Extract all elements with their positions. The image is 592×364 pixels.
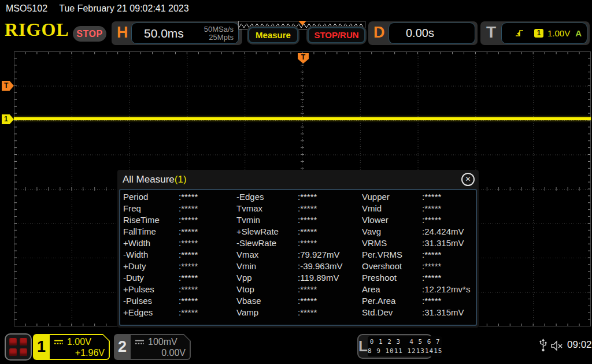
all-measure-popup: All Measure(1) ✕ Period:*****Freq:*****R… (117, 170, 479, 328)
measure-label: Vavg (362, 226, 422, 238)
measure-value: :79.927mV (298, 250, 340, 261)
menu-grid-icon (9, 348, 17, 356)
measure-label: VRMS (362, 238, 422, 250)
measure-value: :***** (179, 307, 198, 319)
measure-label: Per.Area (362, 296, 422, 307)
measure-row: +Width:***** (123, 238, 236, 250)
measure-row: Vamp:***** (236, 307, 362, 319)
measure-value: :***** (422, 261, 441, 273)
trigger-control[interactable]: T 1 1.00V A (480, 21, 590, 45)
horizontal-readout: 50.0ms 50MSa/s 25Mpts (131, 23, 239, 44)
measure-label: +Pulses (123, 284, 179, 296)
measure-value: :***** (298, 238, 317, 250)
measure-row: FallTime:***** (123, 226, 236, 238)
measure-label: +Width (123, 238, 179, 250)
measure-label: Period (123, 192, 179, 203)
logic-row-low: 0 1 2 3 4 5 6 7 (368, 337, 443, 347)
measure-label: +Duty (123, 261, 179, 273)
delay-control[interactable]: D 0.00s (368, 21, 478, 45)
logic-row-high: 8 9 1011 12131415 (368, 347, 443, 356)
measure-label: Vlower (362, 215, 422, 226)
logic-channels-button[interactable]: L 0 1 2 3 4 5 6 7 8 9 1011 12131415 (357, 334, 432, 359)
measure-body: Period:*****Freq:*****RiseTime:*****Fall… (119, 189, 477, 326)
measure-row: Tvmin:***** (236, 215, 362, 226)
measure-row: Vmin:-39.963mV (236, 261, 362, 273)
preview-trigger-position-icon[interactable] (298, 21, 306, 25)
measure-row: Vpp:119.89mV (236, 273, 362, 284)
popup-title: All Measure(1) (117, 170, 479, 189)
measure-label: Vpp (236, 273, 298, 284)
measure-row: Vupper:***** (362, 192, 476, 203)
measure-column: -Edges:*****Tvmax:*****Tvmin:*****+SlewR… (236, 192, 362, 325)
measure-label: Preshoot (362, 273, 422, 284)
logic-channel-list: 0 1 2 3 4 5 6 7 8 9 1011 12131415 (368, 336, 443, 356)
menu-grid-icon (9, 338, 17, 346)
rigol-logo: RIGOL (5, 19, 69, 40)
measure-label: -SlewRate (236, 238, 298, 250)
measure-value: :***** (422, 203, 441, 215)
delay-readout: 0.00s (388, 23, 475, 44)
measure-label: Overshoot (362, 261, 422, 273)
horizontal-control[interactable]: H 50.0ms 50MSa/s 25Mpts (112, 21, 242, 45)
measure-row: +Duty:***** (123, 261, 236, 273)
trigger-edge-icon (515, 29, 524, 38)
channel1-trace (14, 117, 591, 120)
measure-row: Overshoot:***** (362, 261, 476, 273)
channel2-status-button[interactable]: 2 100mV 0.00V (114, 334, 191, 360)
measure-row: VRMS:31.315mV (362, 238, 476, 250)
datetime-text: Tue February 21 09:02:41 2023 (59, 3, 188, 13)
channel2-readout: 100mV 0.00V (131, 335, 190, 359)
trigger-mode-indicator: A (575, 28, 582, 38)
oscilloscope-screen: MSO5102 Tue February 21 09:02:41 2023 RI… (0, 0, 592, 364)
measure-row: Per.Area:***** (362, 296, 476, 307)
run-state-badge[interactable]: STOP (73, 26, 106, 42)
measure-label: Freq (123, 203, 179, 215)
measure-value: :***** (179, 238, 198, 250)
measure-value: :***** (298, 192, 317, 203)
model-name: MSO5102 (6, 3, 47, 13)
speaker-muted-icon[interactable] (550, 340, 564, 351)
stop-run-button[interactable]: STOP/RUN (308, 27, 365, 43)
measure-button[interactable]: Measure (248, 27, 298, 43)
measure-value: :***** (179, 261, 198, 273)
memory-depth: 25Mpts (209, 33, 234, 42)
channel1-status-button[interactable]: 1 1.00V +1.96V (33, 334, 110, 360)
measure-label: Vmax (236, 250, 298, 261)
measure-value: :***** (422, 215, 441, 226)
measure-row: Vlower:***** (362, 215, 476, 226)
measure-row: Vmid:***** (362, 203, 476, 215)
measure-column: Vupper:*****Vmid:*****Vlower:*****Vavg:2… (362, 192, 476, 325)
measure-label: Per.VRMS (362, 250, 422, 261)
measure-label: Area (362, 284, 422, 296)
measure-label: Vbase (236, 296, 298, 307)
measure-value: :***** (179, 250, 198, 261)
measure-value: :24.424mV (422, 226, 464, 238)
measure-value: :***** (179, 215, 198, 226)
usb-icon (539, 339, 547, 352)
menu-grid-button[interactable] (5, 333, 32, 361)
measure-value: :***** (179, 273, 198, 284)
close-icon[interactable]: ✕ (461, 173, 475, 186)
measure-label: Vupper (362, 192, 422, 203)
channel2-scale: 100mV (148, 336, 177, 347)
menu-grid-icon (20, 348, 27, 356)
measure-label: Tvmin (236, 215, 298, 226)
measure-value: :***** (298, 284, 317, 296)
trigger-readout: 1 1.00V A (501, 23, 587, 44)
measure-row: +Pulses:***** (123, 284, 236, 296)
measure-row: -Duty:***** (123, 273, 236, 284)
channel1-offset-marker[interactable]: 1 (2, 114, 14, 124)
measure-row: +Edges:***** (123, 307, 236, 319)
trigger-level-marker[interactable]: T (2, 81, 14, 91)
measure-value: :***** (179, 296, 198, 307)
measure-value: :***** (422, 273, 441, 284)
measure-row: -SlewRate:***** (236, 238, 362, 250)
measure-row: Per.VRMS:***** (362, 250, 476, 261)
measure-row: Std.Dev:31.315mV (362, 307, 476, 319)
measure-row: -Pulses:***** (123, 296, 236, 307)
channel1-scale: 1.00V (67, 336, 91, 347)
measure-row: Freq:***** (123, 203, 236, 215)
measure-label: -Width (123, 250, 179, 261)
channel1-readout: 1.00V +1.96V (50, 335, 109, 359)
measure-label: Tvmax (236, 203, 298, 215)
